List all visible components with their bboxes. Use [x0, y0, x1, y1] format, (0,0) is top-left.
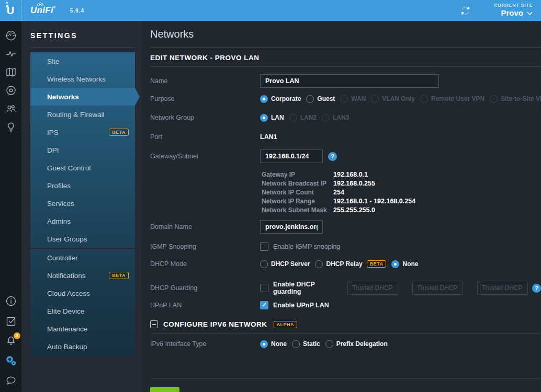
ipv6-section-header: CONFIGURE IPV6 NETWORK ALPHA [150, 320, 297, 328]
radio-icon [490, 95, 498, 103]
sidebar-item-label: Networks [47, 93, 79, 101]
purpose-label: Purpose [150, 95, 260, 102]
sidebar-item-profiles[interactable]: Profiles [30, 177, 135, 194]
sidebar-item-cloud-access[interactable]: Cloud Access [30, 284, 135, 302]
map-icon[interactable] [5, 66, 17, 78]
sidebar-item-elite-device[interactable]: Elite Device [30, 302, 135, 320]
settings-icon[interactable] [5, 354, 17, 367]
menu-group: ControllerNotificationsBETACloud AccessE… [30, 249, 135, 355]
sidebar-item-controller[interactable]: Controller [30, 249, 135, 267]
chat-icon[interactable] [5, 374, 17, 387]
radio-option-vlan-only: VLAN Only [371, 95, 415, 103]
alpha-badge: ALPHA [274, 321, 298, 328]
sidebar-item-admins[interactable]: Admins [30, 212, 135, 230]
sidebar-item-notifications[interactable]: NotificationsBETA [30, 267, 135, 284]
clients-icon[interactable] [5, 102, 17, 115]
sidebar-item-label: Admins [47, 217, 71, 225]
info-value: 192.168.0.1 [333, 171, 368, 178]
settings-sidebar: SETTINGS SiteWireless NetworksNetworksRo… [21, 21, 141, 392]
radio-label: None [271, 340, 287, 348]
current-site-selector[interactable]: CURRENT SITE Provo [494, 3, 533, 18]
sidebar-item-user-groups[interactable]: User Groups [30, 230, 135, 248]
radio-icon [260, 340, 268, 348]
radio-option-corporate[interactable]: Corporate [260, 95, 301, 103]
info-value: 254 [333, 189, 344, 196]
radio-option-dhcp-server[interactable]: DHCP Server [260, 260, 310, 268]
radio-icon [260, 114, 268, 122]
network-name-input[interactable] [260, 74, 439, 88]
radio-label: Remote User VPN [431, 95, 484, 102]
statistics-icon[interactable] [5, 48, 17, 60]
dashboard-icon[interactable] [5, 29, 17, 42]
radio-option-none[interactable]: None [260, 340, 287, 348]
sidebar-item-maintenance[interactable]: Maintenance [30, 320, 135, 338]
sidebar-item-label: Profiles [47, 182, 71, 190]
insights-icon[interactable] [5, 121, 17, 133]
info-label: Network IP Range [262, 198, 333, 205]
sidebar-item-label: Maintenance [47, 325, 87, 333]
sidebar-item-label: Guest Control [47, 164, 91, 172]
dhcp-guarding-help-icon[interactable]: ? [532, 284, 541, 293]
gateway-subnet-row: Gateway/Subnet ? [150, 149, 541, 163]
upnp-lan-label: UPnP LAN [150, 302, 260, 309]
events-icon[interactable] [5, 315, 17, 327]
igmp-snooping-label: IGMP Snooping [150, 243, 260, 250]
radio-option-guest[interactable]: Guest [306, 95, 335, 103]
radio-option-none[interactable]: None [391, 260, 418, 268]
collapse-section-icon[interactable] [150, 320, 158, 328]
radio-option-lan3: LAN3 [322, 114, 349, 122]
port-label: Port [150, 133, 260, 141]
subnet-info-block: Gateway IP192.168.0.1Network Broadcast I… [262, 170, 415, 214]
port-row: Port LAN1 [150, 130, 541, 144]
radio-icon [420, 95, 428, 103]
radio-option-lan[interactable]: LAN [260, 114, 284, 122]
beta-badge: BETA [109, 272, 129, 279]
sidebar-item-routing-firewall[interactable]: Routing & Firewall [30, 106, 135, 123]
radio-option-site-to-site-vpn: Site-to-Site VPN [490, 95, 541, 103]
top-bar: U UniFi® 5.9.4 CURRENT SITE Provo [0, 0, 541, 21]
radio-option-wan: WAN [340, 95, 366, 103]
domain-name-label: Domain Name [150, 223, 260, 230]
sidebar-item-wireless-networks[interactable]: Wireless Networks [30, 70, 135, 88]
info-label: Network Subnet Mask [262, 206, 333, 214]
sidebar-item-site[interactable]: Site [30, 52, 135, 70]
sidebar-item-label: DPI [47, 146, 59, 154]
sidebar-item-label: Services [47, 200, 74, 207]
igmp-snooping-checkbox[interactable] [260, 243, 268, 251]
radio-label: Static [303, 340, 320, 348]
gateway-subnet-input[interactable] [260, 149, 323, 163]
radio-option-prefix-delegation[interactable]: Prefix Delegation [325, 340, 388, 348]
ubiquiti-logo[interactable]: U [0, 0, 21, 21]
radio-icon [289, 114, 297, 122]
radio-icon [260, 95, 268, 103]
gateway-help-icon[interactable]: ? [328, 152, 337, 161]
radio-label: VLAN Only [382, 95, 415, 102]
sidebar-item-ips[interactable]: IPSBETA [30, 123, 135, 141]
dhcp-guarding-checkbox[interactable] [260, 284, 268, 292]
sidebar-item-dpi[interactable]: DPI [30, 141, 135, 159]
sidebar-item-guest-control[interactable]: Guest Control [30, 159, 135, 177]
radio-option-remote-user-vpn: Remote User VPN [420, 95, 484, 103]
sidebar-title: SETTINGS [30, 31, 77, 40]
radio-option-dhcp-relay[interactable]: DHCP RelayBETA [315, 260, 386, 268]
upnp-lan-checkbox[interactable]: ✓ [260, 301, 268, 309]
save-button[interactable]: SAVE [150, 387, 179, 392]
radio-label: Guest [317, 95, 335, 102]
info-icon[interactable] [5, 295, 17, 307]
alerts-icon[interactable]: 3 [5, 335, 17, 347]
subnet-info-row: Network Subnet Mask255.255.255.0 [262, 205, 415, 214]
refresh-icon[interactable] [459, 4, 472, 17]
igmp-snooping-checkbox-label: Enable IGMP snooping [273, 243, 340, 250]
sidebar-item-networks[interactable]: Networks [30, 88, 135, 106]
divider [30, 47, 135, 48]
cancel-button[interactable]: CANCEL [187, 387, 215, 392]
gateway-subnet-label: Gateway/Subnet [150, 153, 260, 160]
sidebar-item-label: Wireless Networks [47, 75, 106, 83]
sidebar-item-services[interactable]: Services [30, 194, 135, 212]
sidebar-item-auto-backup[interactable]: Auto Backup [30, 338, 135, 355]
ipv6-interface-type-radio-group: NoneStaticPrefix Delegation [260, 340, 388, 348]
domain-name-input[interactable] [260, 220, 323, 234]
devices-icon[interactable] [5, 84, 17, 97]
trusted-dhcp-inputs [347, 282, 528, 295]
radio-option-static[interactable]: Static [292, 340, 320, 348]
